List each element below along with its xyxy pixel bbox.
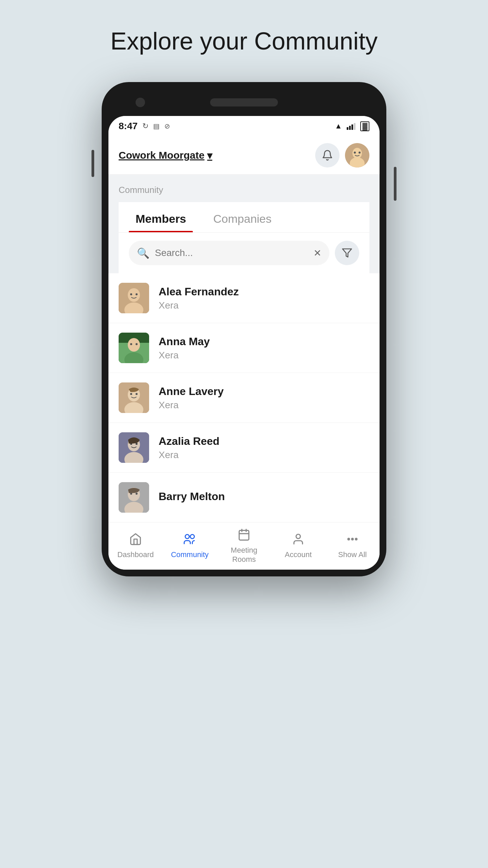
svg-point-10 <box>136 293 138 295</box>
svg-marker-5 <box>343 249 352 257</box>
nav-item-meeting-rooms[interactable]: Meeting Rooms <box>217 522 271 570</box>
member-name: Azalia Reed <box>159 435 369 448</box>
svg-point-39 <box>296 534 301 539</box>
nav-item-account[interactable]: Account <box>271 522 325 570</box>
search-input[interactable] <box>155 248 308 258</box>
tabs-row: Members Companies <box>119 202 369 233</box>
list-item[interactable]: Anne Lavery Xera <box>108 373 380 423</box>
page-title: Explore your Community <box>110 27 378 55</box>
svg-rect-35 <box>239 530 249 540</box>
phone-power-button <box>394 167 396 201</box>
svg-point-9 <box>130 293 132 295</box>
avatar <box>119 283 149 313</box>
nav-label-account: Account <box>285 550 312 559</box>
svg-point-16 <box>130 343 132 345</box>
phone-screen: 8:47 ↻ ▤ ⊘ ▲ ▓ Cowork Moorgate ▾ <box>108 116 380 570</box>
phone-top-bar <box>108 89 380 116</box>
svg-point-1 <box>352 148 362 159</box>
tab-companies[interactable]: Companies <box>206 202 278 232</box>
member-company: Xera <box>159 400 369 411</box>
svg-point-3 <box>354 152 356 154</box>
member-info: Alea Fernandez Xera <box>159 285 369 311</box>
workspace-name-label: Cowork Moorgate <box>119 150 204 161</box>
sd-card-icon: ▤ <box>153 122 160 130</box>
svg-point-21 <box>130 393 132 395</box>
svg-point-7 <box>128 288 140 302</box>
list-item[interactable]: Azalia Reed Xera <box>108 423 380 473</box>
svg-point-42 <box>355 538 357 540</box>
member-name: Anna May <box>159 335 369 348</box>
dropdown-chevron-icon: ▾ <box>207 150 212 161</box>
clear-search-button[interactable]: ✕ <box>313 248 321 259</box>
dots-icon <box>346 533 359 548</box>
section-label: Community <box>119 185 369 195</box>
user-avatar[interactable] <box>345 143 369 167</box>
svg-point-22 <box>136 393 138 395</box>
member-list: Alea Fernandez Xera <box>108 273 380 522</box>
search-row: 🔍 ✕ <box>119 233 369 273</box>
svg-point-40 <box>348 538 350 540</box>
house-icon <box>129 533 142 548</box>
nav-item-dashboard[interactable]: Dashboard <box>108 522 163 570</box>
list-item[interactable]: Anna May Xera <box>108 323 380 373</box>
member-name: Anne Lavery <box>159 385 369 398</box>
sync-icon: ↻ <box>142 122 148 131</box>
avatar <box>119 482 149 513</box>
bottom-nav: Dashboard Community <box>108 522 380 570</box>
phone-shell: 8:47 ↻ ▤ ⊘ ▲ ▓ Cowork Moorgate ▾ <box>102 82 386 576</box>
notifications-button[interactable] <box>315 143 340 167</box>
nav-label-meeting-rooms: Meeting Rooms <box>231 546 257 564</box>
member-info: Anna May Xera <box>159 335 369 361</box>
svg-point-4 <box>359 152 361 154</box>
status-bar: 8:47 ↻ ▤ ⊘ ▲ ▓ <box>108 116 380 136</box>
no-disturb-icon: ⊘ <box>164 122 170 130</box>
member-info: Anne Lavery Xera <box>159 385 369 411</box>
phone-speaker <box>210 98 278 106</box>
workspace-selector[interactable]: Cowork Moorgate ▾ <box>119 150 212 161</box>
wifi-icon: ▲ <box>335 122 342 131</box>
nav-item-show-all[interactable]: Show All <box>325 522 380 570</box>
signal-icon <box>347 122 355 130</box>
member-info: Barry Melton <box>159 490 369 505</box>
member-company: Xera <box>159 300 369 311</box>
main-content: Community Members Companies 🔍 ✕ <box>108 175 380 273</box>
search-icon: 🔍 <box>137 247 149 259</box>
battery-icon: ▓ <box>360 121 369 131</box>
avatar <box>119 333 149 363</box>
member-info: Azalia Reed Xera <box>159 435 369 460</box>
list-item[interactable]: Alea Fernandez Xera <box>108 273 380 323</box>
svg-point-14 <box>128 338 140 352</box>
svg-point-33 <box>185 535 189 539</box>
svg-point-41 <box>352 538 353 540</box>
nav-item-community[interactable]: Community <box>163 522 217 570</box>
svg-point-17 <box>136 343 138 345</box>
filter-button[interactable] <box>335 241 359 265</box>
calendar-icon <box>238 528 250 543</box>
nav-label-show-all: Show All <box>338 550 367 559</box>
search-bar[interactable]: 🔍 ✕ <box>129 241 329 265</box>
header-actions <box>315 143 369 167</box>
avatar <box>119 382 149 413</box>
member-name: Alea Fernandez <box>159 285 369 298</box>
nav-label-community: Community <box>171 550 208 559</box>
svg-point-27 <box>136 443 138 445</box>
person-icon <box>292 533 305 548</box>
member-company: Xera <box>159 350 369 361</box>
tab-members[interactable]: Members <box>129 202 193 232</box>
avatar <box>119 432 149 463</box>
list-item[interactable]: Barry Melton <box>108 473 380 522</box>
phone-camera <box>136 98 145 107</box>
app-header: Cowork Moorgate ▾ <box>108 136 380 175</box>
phone-volume-button <box>92 150 94 177</box>
svg-point-32 <box>136 493 138 495</box>
people-icon <box>183 533 197 548</box>
member-name: Barry Melton <box>159 490 369 503</box>
nav-label-dashboard: Dashboard <box>117 550 154 559</box>
svg-point-34 <box>190 535 195 539</box>
status-time: 8:47 <box>119 121 138 132</box>
member-company: Xera <box>159 450 369 460</box>
